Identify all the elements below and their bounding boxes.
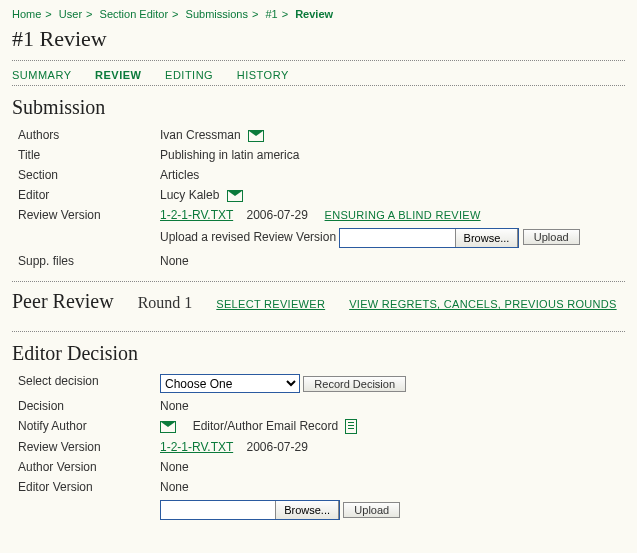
editor-label: Editor — [12, 185, 154, 205]
file-input[interactable]: Browse... — [160, 500, 340, 520]
email-record-label: Editor/Author Email Record — [193, 419, 338, 433]
separator — [12, 331, 625, 332]
editor-decision-heading: Editor Decision — [12, 342, 625, 365]
tab-review[interactable]: REVIEW — [95, 69, 141, 81]
peer-review-heading: Peer Review — [12, 290, 114, 313]
breadcrumb: Home> User> Section Editor> Submissions>… — [12, 8, 625, 20]
tab-summary[interactable]: SUMMARY — [12, 69, 72, 81]
blind-review-link[interactable]: ENSURING A BLIND REVIEW — [325, 209, 481, 221]
editor-version-label: Editor Version — [12, 477, 154, 497]
section-label: Section — [12, 165, 154, 185]
record-decision-button[interactable]: Record Decision — [303, 376, 406, 392]
separator — [12, 60, 625, 61]
view-regrets-link[interactable]: VIEW REGRETS, CANCELS, PREVIOUS ROUNDS — [349, 298, 617, 310]
select-reviewer-link[interactable]: SELECT REVIEWER — [216, 298, 325, 310]
authors-value: Ivan Cressman — [160, 128, 241, 142]
editor-value: Lucy Kaleb — [160, 188, 219, 202]
separator — [12, 85, 625, 86]
select-decision-label: Select decision — [12, 371, 154, 396]
breadcrumb-home[interactable]: Home — [12, 8, 41, 20]
round-label: Round 1 — [138, 294, 193, 312]
submission-table: Authors Ivan Cressman Title Publishing i… — [12, 125, 586, 271]
notify-author-label: Notify Author — [12, 416, 154, 437]
peer-review-row: Peer Review Round 1 SELECT REVIEWER VIEW… — [12, 290, 625, 313]
browse-button[interactable]: Browse... — [275, 501, 339, 519]
review-file-date: 2006-07-29 — [247, 208, 308, 222]
tab-history[interactable]: HISTORY — [237, 69, 289, 81]
editor-version-value: None — [154, 477, 412, 497]
file-input[interactable]: Browse... — [339, 228, 519, 248]
decision-select[interactable]: Choose One — [160, 374, 300, 393]
authors-label: Authors — [12, 125, 154, 145]
upload-button[interactable]: Upload — [343, 502, 400, 518]
breadcrumb-number[interactable]: #1 — [265, 8, 277, 20]
d-review-file-link[interactable]: 1-2-1-RV.TXT — [160, 440, 233, 454]
upload-revised-label: Upload a revised Review Version — [160, 230, 336, 244]
document-icon[interactable] — [345, 419, 357, 434]
breadcrumb-current: Review — [295, 8, 333, 20]
page-title: #1 Review — [12, 26, 625, 52]
author-version-value: None — [154, 457, 412, 477]
tab-editing[interactable]: EDITING — [165, 69, 213, 81]
decision-value: None — [154, 396, 412, 416]
breadcrumb-submissions[interactable]: Submissions — [186, 8, 248, 20]
section-value: Articles — [154, 165, 586, 185]
supp-files-label: Supp. files — [12, 251, 154, 271]
browse-button[interactable]: Browse... — [455, 229, 519, 247]
title-value: Publishing in latin america — [154, 145, 586, 165]
d-review-file-date: 2006-07-29 — [247, 440, 308, 454]
tabs: SUMMARY REVIEW EDITING HISTORY — [12, 69, 625, 81]
author-version-label: Author Version — [12, 457, 154, 477]
decision-label: Decision — [12, 396, 154, 416]
review-version-label: Review Version — [12, 205, 154, 225]
review-file-link[interactable]: 1-2-1-RV.TXT — [160, 208, 233, 222]
separator — [12, 281, 625, 282]
title-label: Title — [12, 145, 154, 165]
mail-icon[interactable] — [248, 130, 264, 142]
upload-button[interactable]: Upload — [523, 229, 580, 245]
breadcrumb-user[interactable]: User — [59, 8, 82, 20]
mail-icon[interactable] — [160, 421, 176, 433]
supp-files-value: None — [154, 251, 586, 271]
breadcrumb-section-editor[interactable]: Section Editor — [100, 8, 168, 20]
submission-heading: Submission — [12, 96, 625, 119]
decision-table: Select decision Choose One Record Decisi… — [12, 371, 412, 523]
mail-icon[interactable] — [227, 190, 243, 202]
d-review-version-label: Review Version — [12, 437, 154, 457]
